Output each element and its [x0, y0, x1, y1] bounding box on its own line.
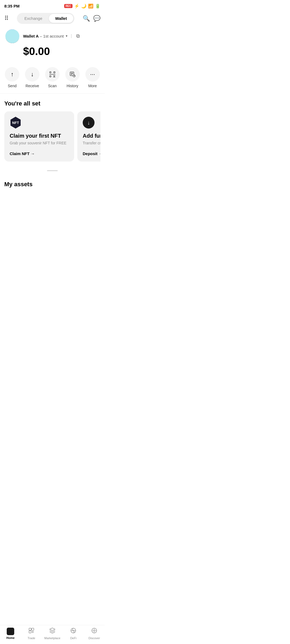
receive-icon-circle: ↓ — [25, 67, 39, 82]
header-left: ⠿ — [4, 15, 9, 22]
claim-nft-link[interactable]: Claim NFT → — [10, 151, 35, 156]
header: ⠿ Exchange Wallet 🔍 💬 — [0, 11, 105, 27]
wallet-identity: Wallet A – 1st account ▾ | ⧉ — [5, 29, 99, 43]
svg-rect-24 — [5, 29, 19, 43]
rec-badge: REC — [64, 4, 73, 8]
copy-address-icon[interactable]: ⧉ — [76, 33, 80, 39]
more-icon-circle: ··· — [85, 67, 100, 82]
cards-section: You're all set NFT Claim your first NFT … — [0, 94, 105, 167]
more-button[interactable]: ··· More — [85, 67, 100, 88]
send-label: Send — [8, 84, 17, 88]
wallet-info: Wallet A – 1st account ▾ | ⧉ — [23, 33, 99, 39]
send-button[interactable]: ↑ Send — [5, 67, 19, 88]
svg-rect-26 — [54, 72, 55, 73]
status-time: 8:35 PM — [4, 4, 20, 8]
header-right: 🔍 💬 — [83, 15, 100, 22]
scan-label: Scan — [48, 84, 57, 88]
nft-card-title: Claim your first NFT — [10, 133, 69, 139]
wallet-selector-chevron[interactable]: ▾ — [66, 34, 67, 38]
receive-label: Receive — [26, 84, 39, 88]
wallet-tab[interactable]: Wallet — [49, 14, 74, 23]
more-label: More — [88, 84, 97, 88]
scroll-bar — [47, 170, 58, 171]
moon-icon: 🌙 — [81, 3, 86, 9]
deposit-link[interactable]: Deposit → — [83, 151, 100, 156]
grid-menu-icon[interactable]: ⠿ — [4, 15, 9, 22]
deposit-card-desc: Transfer crypto to your wallet — [83, 141, 100, 146]
send-icon-circle: ↑ — [5, 67, 19, 82]
history-icon-circle — [65, 67, 80, 82]
wallet-balance: $0.00 — [5, 45, 99, 57]
svg-rect-27 — [50, 76, 51, 77]
scroll-indicator — [0, 170, 105, 171]
wifi-icon: 📶 — [88, 3, 93, 9]
status-bar: 8:35 PM REC ⚡ 🌙 📶 🔋 — [0, 0, 105, 11]
assets-section: My assets — [0, 177, 105, 211]
search-icon[interactable]: 🔍 — [83, 15, 90, 22]
battery-icon: 🔋 — [95, 3, 100, 9]
tab-toggle: Exchange Wallet — [17, 13, 74, 24]
history-button[interactable]: History — [65, 67, 80, 88]
nft-card: NFT Claim your first NFT Grab your souve… — [4, 111, 74, 162]
exchange-tab[interactable]: Exchange — [18, 14, 49, 23]
deposit-card: ↓ Add funds Transfer crypto to your wall… — [77, 111, 100, 162]
deposit-card-title: Add funds — [83, 133, 100, 139]
wallet-name: Wallet A – 1st account — [23, 34, 64, 38]
bluetooth-icon: ⚡ — [74, 3, 79, 9]
scan-button[interactable]: Scan — [45, 67, 60, 88]
cards-scroll: NFT Claim your first NFT Grab your souve… — [4, 111, 100, 163]
assets-title: My assets — [4, 181, 100, 188]
deposit-icon: ↓ — [83, 117, 95, 129]
scan-icon-circle — [45, 67, 60, 82]
cards-section-title: You're all set — [4, 100, 100, 107]
actions-row: ↑ Send ↓ Receive Scan — [0, 63, 105, 94]
history-label: History — [67, 84, 78, 88]
wallet-name-row: Wallet A – 1st account ▾ | ⧉ — [23, 33, 99, 39]
avatar[interactable] — [5, 29, 19, 43]
message-icon[interactable]: 💬 — [93, 15, 100, 22]
nft-card-desc: Grab your souvenir NFT for FREE — [10, 141, 69, 146]
wallet-section: Wallet A – 1st account ▾ | ⧉ $0.00 — [0, 27, 105, 63]
nft-icon: NFT — [10, 117, 21, 129]
receive-button[interactable]: ↓ Receive — [25, 67, 39, 88]
status-icons: REC ⚡ 🌙 📶 🔋 — [64, 3, 100, 9]
svg-rect-25 — [50, 72, 51, 73]
